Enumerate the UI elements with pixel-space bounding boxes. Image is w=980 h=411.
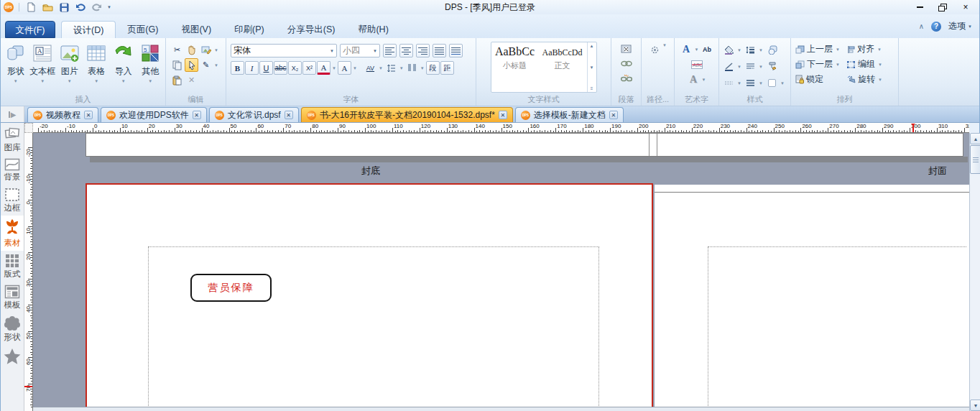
dropdown-caret-icon[interactable]: ▼ <box>420 66 425 70</box>
align-distribute-icon[interactable] <box>449 44 463 57</box>
cut-icon[interactable]: ✂ <box>170 43 184 57</box>
restore-button[interactable] <box>938 3 948 11</box>
camper-guarantee-textbox[interactable]: 营员保障 <box>190 274 272 302</box>
dropdown-caret-icon[interactable]: ▼ <box>694 47 700 52</box>
break-link-icon[interactable] <box>619 72 633 86</box>
close-tab-icon[interactable]: ✕ <box>499 111 507 119</box>
minimize-button[interactable] <box>915 3 925 11</box>
vertical-ruler[interactable]: -20-10010203040506070 <box>24 133 33 411</box>
sidebar-item-template[interactable]: 模板 <box>1 282 24 313</box>
spacing-settings-button[interactable]: 距 <box>440 61 454 75</box>
bring-forward-button[interactable]: 上一层▼ <box>795 43 841 55</box>
scroll-up-icon[interactable]: ▲ <box>590 44 594 48</box>
dash-style-icon[interactable] <box>722 76 736 90</box>
vertical-scrollbar[interactable]: ▲ ▼ <box>969 133 980 411</box>
sidebar-item-layout[interactable]: 版式 <box>1 251 24 282</box>
sidebar-expand-icon[interactable]: ▶ <box>1 106 24 122</box>
help-icon[interactable]: ? <box>931 22 941 32</box>
app-logo-icon[interactable]: DPS <box>4 2 14 12</box>
document-tab[interactable]: DPS 文化常识.dpsf ✕ <box>209 107 299 122</box>
line-color-icon[interactable] <box>722 60 736 73</box>
menu-tab-print[interactable]: 印刷(P) <box>223 21 276 38</box>
pan-hand-icon[interactable] <box>185 43 198 57</box>
border-lines-icon[interactable] <box>744 76 757 90</box>
align-right-icon[interactable] <box>416 44 430 57</box>
dropdown-caret-icon[interactable]: ▼ <box>40 79 45 83</box>
shape-effects-icon[interactable] <box>765 76 779 90</box>
scroll-down-icon[interactable]: ▼ <box>590 65 594 70</box>
character-border-button[interactable]: A <box>338 61 351 75</box>
character-spacing-icon[interactable]: AV <box>364 61 377 75</box>
text-wrap-icon[interactable] <box>619 42 633 55</box>
document-canvas[interactable]: 封底 封面 营员保障 <box>33 133 969 411</box>
menu-tab-view[interactable]: 视图(V) <box>170 21 223 38</box>
copy-icon[interactable] <box>170 58 184 72</box>
wordart-style-icon[interactable]: ABC <box>690 57 703 71</box>
align-justify-icon[interactable] <box>433 44 446 57</box>
sidebar-item-background[interactable]: 背景 <box>1 155 24 185</box>
dropdown-caret-icon[interactable]: ▼ <box>94 79 98 83</box>
dropdown-caret-icon[interactable]: ▼ <box>14 79 18 83</box>
select-cursor-icon[interactable] <box>185 58 198 72</box>
font-color-button[interactable]: A <box>317 61 330 75</box>
style-gallery-scrollbar[interactable]: ▲ ▼ ≡ <box>587 42 596 92</box>
paste-icon[interactable] <box>170 73 184 87</box>
redo-button[interactable] <box>91 1 103 13</box>
edit-picture-icon[interactable] <box>199 43 213 57</box>
line-spacing-icon[interactable] <box>384 61 398 75</box>
document-tab[interactable]: DPS 欢迎使用DPS软件 ✕ <box>101 107 207 122</box>
dropdown-caret-icon[interactable]: ▼ <box>331 66 337 70</box>
open-folder-button[interactable] <box>41 1 54 13</box>
path-gear-icon[interactable] <box>648 43 662 57</box>
dropdown-caret-icon[interactable]: ▼ <box>352 66 358 70</box>
node-edit-icon[interactable]: ✎ <box>199 58 213 72</box>
line-width-icon[interactable] <box>744 43 757 57</box>
align-center-icon[interactable] <box>399 44 413 57</box>
scroll-up-button[interactable]: ▲ <box>970 133 980 144</box>
menu-tab-design[interactable]: 设计(D) <box>61 21 116 38</box>
close-tab-icon[interactable]: ✕ <box>609 111 618 119</box>
bold-button[interactable]: B <box>231 61 244 75</box>
other-insert-button[interactable]: 5 其他 ▼ <box>137 40 164 94</box>
dropdown-caret-icon[interactable]: ▼ <box>736 65 742 69</box>
dropdown-caret-icon[interactable]: ▼ <box>378 66 384 70</box>
dropdown-caret-icon[interactable]: ▼ <box>213 63 219 68</box>
previous-spread-page[interactable] <box>85 133 963 157</box>
superscript-button[interactable]: X² <box>302 61 316 75</box>
dropdown-caret-icon[interactable]: ▼ <box>736 81 742 86</box>
close-button[interactable]: × <box>961 3 971 11</box>
dropdown-caret-icon[interactable]: ▼ <box>662 43 667 94</box>
horizontal-scrollbar[interactable] <box>33 407 969 411</box>
scroll-down-button[interactable]: ▼ <box>970 400 980 411</box>
align-button[interactable]: 对齐▼ <box>846 43 883 55</box>
wordart-color-icon[interactable]: A <box>680 42 693 56</box>
underline-button[interactable]: U <box>259 61 273 75</box>
italic-button[interactable]: I <box>245 61 259 75</box>
qat-customize-caret-icon[interactable]: ▼ <box>107 5 111 9</box>
shapes-button[interactable]: 形状 ▼ <box>2 40 29 94</box>
wordart-3d-icon[interactable]: A <box>687 73 701 86</box>
align-left-icon[interactable] <box>383 44 397 57</box>
collapse-ribbon-icon[interactable]: ∧ <box>919 22 924 30</box>
line-style-icon[interactable] <box>744 60 757 73</box>
picture-button[interactable]: 图片 ▼ <box>56 40 83 94</box>
close-tab-icon[interactable]: ✕ <box>193 111 201 119</box>
sidebar-item-shape[interactable]: 形状 <box>1 313 24 345</box>
close-tab-icon[interactable]: ✕ <box>285 111 293 119</box>
scrollbar-thumb[interactable] <box>970 145 980 174</box>
textbox-button[interactable]: A 文本框 ▼ <box>29 40 56 94</box>
columns-icon[interactable] <box>405 61 419 75</box>
close-tab-icon[interactable]: ✕ <box>84 111 93 119</box>
dropdown-caret-icon[interactable]: ▼ <box>121 79 126 83</box>
dropdown-caret-icon[interactable]: ▼ <box>758 81 764 86</box>
delete-icon[interactable]: ✕ <box>185 73 198 87</box>
save-button[interactable] <box>57 1 70 13</box>
options-button[interactable]: 选项▼ <box>948 20 972 32</box>
back-cover-page[interactable]: 营员保障 <box>85 183 653 411</box>
new-document-button[interactable] <box>24 1 37 13</box>
format-painter-icon[interactable] <box>765 60 779 73</box>
rotate-button[interactable]: 旋转▼ <box>846 73 883 86</box>
dropdown-caret-icon[interactable]: ▼ <box>213 48 219 52</box>
text-direction-icon[interactable]: Ab <box>700 42 713 56</box>
dropdown-caret-icon[interactable]: ▼ <box>758 65 764 69</box>
